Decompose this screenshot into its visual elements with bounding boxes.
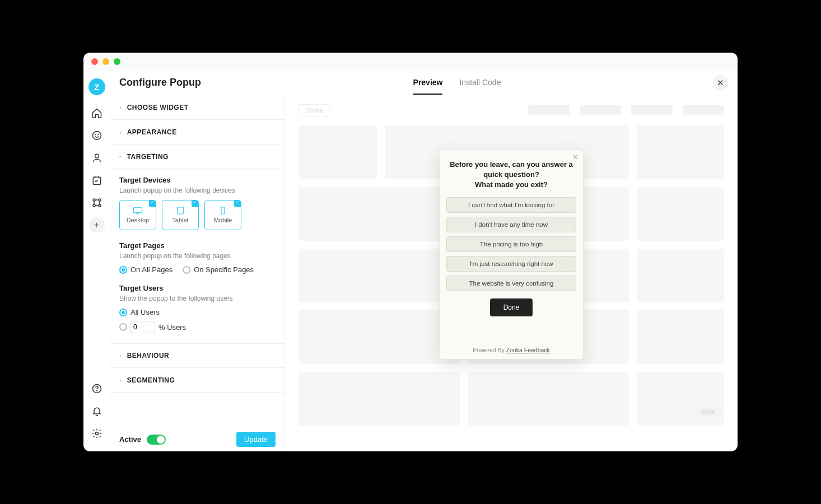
nav-user[interactable] (86, 148, 108, 168)
svg-point-11 (95, 432, 98, 435)
section-label: APPEARANCE (127, 128, 177, 136)
pct-users-input[interactable] (130, 321, 155, 333)
svg-point-2 (98, 134, 99, 135)
bell-icon (91, 405, 102, 417)
chevron-right-icon: › (119, 129, 122, 136)
section-label: CHOOSE WIDGET (127, 104, 189, 111)
pct-users-suffix: % Users (158, 323, 186, 332)
popup-powered-by: Powered By Zonka Feedback (473, 347, 550, 353)
powered-by-link[interactable]: Zonka Feedback (506, 347, 550, 353)
section-targeting[interactable]: › TARGETING (110, 144, 284, 169)
mock-card (637, 310, 724, 364)
radio-all-users[interactable]: All Users (119, 308, 276, 316)
svg-point-10 (96, 390, 97, 391)
close-window-dot[interactable] (91, 58, 98, 65)
section-appearance[interactable]: › APPEARANCE (110, 120, 284, 144)
mock-card (468, 372, 629, 426)
target-pages-subtitle: Launch popup on the following pages (119, 252, 276, 260)
svg-point-5 (92, 199, 95, 201)
close-icon: ✕ (572, 153, 579, 161)
help-icon (91, 383, 102, 394)
section-label: BEHAVIOUR (127, 352, 170, 360)
close-panel-button[interactable]: ✕ (713, 75, 729, 91)
mock-card (637, 187, 724, 241)
radio-icon (119, 266, 127, 274)
config-panel: › CHOOSE WIDGET › APPEARANCE › TARGETING (110, 95, 285, 451)
nav-checklist[interactable] (86, 170, 108, 190)
tab-preview[interactable]: Preview (413, 71, 443, 95)
popup-done-button[interactable]: Done (490, 298, 533, 316)
nav-settings[interactable] (86, 423, 108, 444)
close-icon: ✕ (717, 78, 724, 88)
radio-specific-pages[interactable]: On Specific Pages (183, 265, 254, 274)
update-button[interactable]: Update (236, 432, 276, 447)
svg-rect-13 (178, 207, 184, 214)
nav-workflow[interactable] (86, 193, 108, 213)
radio-label: On Specific Pages (194, 265, 254, 274)
minimize-window-dot[interactable] (102, 58, 109, 65)
radio-icon (119, 309, 127, 316)
page-title: Configure Popup (119, 77, 201, 88)
gear-icon (91, 428, 102, 439)
radio-label: On All Pages (130, 265, 172, 274)
mock-card (298, 187, 460, 241)
nav-home[interactable] (86, 103, 108, 123)
section-choose-widget[interactable]: › CHOOSE WIDGET (110, 95, 284, 120)
survey-popup: ✕ Before you leave, can you answer a qui… (439, 149, 584, 360)
svg-point-6 (98, 199, 100, 201)
device-label: Tablet (172, 217, 188, 223)
svg-point-0 (92, 132, 101, 140)
popup-option[interactable]: I'm just researching right now (446, 256, 576, 272)
svg-rect-12 (134, 208, 142, 213)
mock-card (637, 249, 724, 302)
targeting-body: Target Devices Launch popup on the follo… (110, 169, 284, 343)
target-users-title: Target Users (119, 284, 276, 292)
nav-help[interactable] (86, 379, 108, 399)
topbar: Configure Popup Preview Install Code ✕ (110, 71, 738, 95)
mock-card (298, 372, 460, 426)
target-devices-subtitle: Launch popup on the following devices (119, 186, 276, 194)
section-behaviour[interactable]: › BEHAVIOUR (110, 343, 284, 368)
device-tablet[interactable]: Tablet (162, 200, 199, 230)
nav-add-button[interactable]: + (89, 217, 105, 233)
body-row: › CHOOSE WIDGET › APPEARANCE › TARGETING (110, 95, 738, 451)
nav-survey[interactable] (86, 125, 108, 146)
mock-nav-item (631, 105, 673, 115)
mock-card (298, 249, 460, 302)
maximize-window-dot[interactable] (114, 58, 120, 65)
popup-option[interactable]: The pricing is too high (446, 236, 576, 252)
nav-notifications[interactable] (86, 401, 108, 421)
home-icon (91, 108, 102, 119)
brand-logo[interactable]: Z (88, 78, 105, 95)
mock-card (298, 310, 460, 364)
popup-option[interactable]: I don't have any time now (446, 217, 576, 232)
mock-nav-item (580, 105, 621, 115)
popup-close-button[interactable]: ✕ (572, 153, 579, 161)
device-label: Mobile (214, 217, 232, 223)
radio-pct-users[interactable] (119, 323, 127, 331)
smile-icon (91, 130, 102, 141)
mock-site-header: Zonka (285, 95, 738, 125)
device-mobile[interactable]: Mobile (204, 200, 241, 230)
mobile-icon (218, 207, 228, 214)
svg-point-8 (98, 204, 100, 207)
section-segmenting[interactable]: › SEGMENTING (110, 368, 284, 393)
chevron-right-icon: › (119, 377, 122, 384)
section-label: SEGMENTING (127, 376, 175, 384)
tab-install-code[interactable]: Install Code (459, 71, 501, 95)
popup-option[interactable]: I can't find what I'm looking for (446, 197, 576, 213)
svg-rect-14 (221, 207, 225, 214)
radio-all-pages[interactable]: On All Pages (119, 265, 172, 274)
radio-label: All Users (130, 308, 160, 316)
active-label: Active (119, 435, 141, 444)
popup-option[interactable]: The website is very confusing (446, 276, 576, 291)
desktop-icon (133, 207, 143, 214)
chevron-right-icon: › (119, 352, 122, 359)
svg-point-1 (95, 134, 96, 135)
mock-card (637, 372, 724, 426)
chevron-right-icon: › (119, 104, 122, 111)
device-desktop[interactable]: Desktop (119, 200, 156, 230)
active-toggle[interactable] (147, 435, 166, 445)
topbar-tabs: Preview Install Code (413, 71, 501, 95)
check-badge-icon (192, 200, 198, 207)
